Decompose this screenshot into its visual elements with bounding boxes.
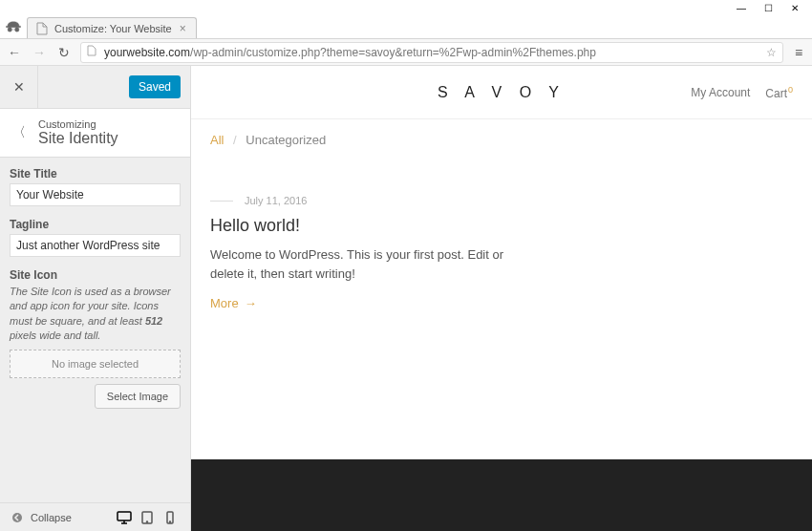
image-placeholder: No image selected	[10, 350, 181, 378]
device-mobile-icon[interactable]	[160, 507, 181, 528]
site-title-label: Site Title	[10, 167, 181, 181]
my-account-link[interactable]: My Account	[691, 86, 750, 99]
saved-button[interactable]: Saved	[129, 75, 181, 98]
more-link[interactable]: More →	[210, 296, 257, 310]
sidebar-header: ✕ Saved	[0, 66, 190, 109]
site-info-icon[interactable]	[87, 45, 98, 59]
customizer-sidebar: ✕ Saved 〈 Customizing Site Identity Site…	[0, 66, 191, 531]
post-date: July 11, 2016	[245, 195, 307, 206]
meta-line-icon	[210, 201, 233, 202]
arrow-right-icon: →	[245, 296, 257, 310]
incognito-icon	[0, 15, 27, 38]
window-controls: — ☐ ✕	[0, 0, 812, 16]
svg-point-5	[147, 521, 148, 522]
back-section-button[interactable]: 〈	[0, 124, 38, 141]
tagline-control: Tagline	[10, 218, 181, 257]
cart-count: 0	[788, 85, 793, 95]
browser-tab[interactable]: Customize: Your Website ×	[27, 17, 197, 38]
customizing-label: Customizing	[38, 118, 179, 130]
section-title: Site Identity	[38, 130, 179, 147]
blog-post: July 11, 2016 Hello world! Welcome to Wo…	[191, 157, 535, 311]
collapse-label[interactable]: Collapse	[31, 512, 72, 523]
reload-icon[interactable]: ↻	[55, 45, 73, 60]
breadcrumb-separator: /	[233, 133, 237, 147]
forward-icon[interactable]: →	[31, 45, 48, 60]
svg-point-0	[12, 513, 22, 522]
site-icon-control: Site Icon The Site Icon is used as a bro…	[10, 268, 181, 409]
back-icon[interactable]: ←	[6, 45, 23, 60]
post-title[interactable]: Hello world!	[210, 216, 516, 236]
preview-header: S A V O Y My Account Cart0	[191, 66, 812, 119]
window-maximize[interactable]: ☐	[755, 0, 781, 16]
tab-close-icon[interactable]: ×	[178, 22, 188, 35]
device-tablet-icon[interactable]	[137, 507, 158, 528]
bookmark-icon[interactable]: ☆	[766, 46, 777, 59]
url-path: /wp-admin/customize.php?theme=savoy&retu…	[190, 46, 596, 59]
page-icon	[35, 22, 49, 35]
url-input[interactable]: yourwebsite.com/wp-admin/customize.php?t…	[80, 42, 783, 63]
svg-rect-1	[118, 512, 131, 520]
browser-tab-bar: Customize: Your Website ×	[0, 16, 812, 39]
collapse-icon[interactable]	[10, 510, 25, 525]
site-preview: S A V O Y My Account Cart0 All / Uncateg…	[191, 66, 812, 531]
breadcrumb-all[interactable]: All	[210, 133, 224, 147]
sidebar-footer: Collapse	[0, 502, 190, 531]
site-icon-description: The Site Icon is used as a browser and a…	[10, 285, 181, 344]
tagline-input[interactable]	[10, 234, 181, 257]
breadcrumb-category[interactable]: Uncategorized	[246, 133, 326, 147]
controls-area: Site Title Tagline Site Icon The Site Ic…	[0, 158, 190, 502]
close-customizer-button[interactable]: ✕	[0, 66, 38, 109]
breadcrumb: All / Uncategorized	[191, 119, 812, 157]
preview-footer	[191, 459, 812, 531]
window-close[interactable]: ✕	[781, 0, 808, 16]
post-meta: July 11, 2016	[210, 195, 516, 206]
device-preview-toggles	[114, 507, 181, 528]
tagline-label: Tagline	[10, 218, 181, 231]
site-icon-label: Site Icon	[10, 268, 181, 282]
section-nav: 〈 Customizing Site Identity	[0, 109, 190, 158]
select-image-button[interactable]: Select Image	[95, 384, 181, 409]
tab-title: Customize: Your Website	[54, 23, 172, 34]
site-logo[interactable]: S A V O Y	[438, 84, 566, 101]
device-desktop-icon[interactable]	[114, 507, 135, 528]
site-title-control: Site Title	[10, 167, 181, 206]
site-title-input[interactable]	[10, 183, 181, 206]
svg-point-7	[170, 521, 171, 522]
cart-link[interactable]: Cart0	[765, 85, 793, 100]
url-domain: yourwebsite.com	[104, 46, 190, 59]
address-bar: ← → ↻ yourwebsite.com/wp-admin/customize…	[0, 39, 812, 66]
window-minimize[interactable]: —	[728, 0, 755, 16]
browser-menu-icon[interactable]: ≡	[791, 45, 806, 60]
post-excerpt: Welcome to WordPress. This is your first…	[210, 245, 516, 283]
